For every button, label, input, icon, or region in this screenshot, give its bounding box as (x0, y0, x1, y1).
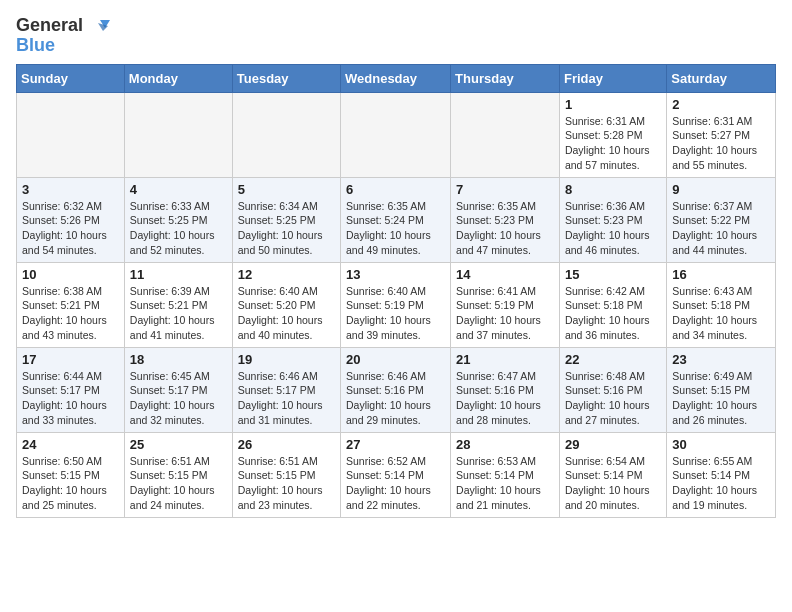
weekday-header-friday: Friday (559, 64, 666, 92)
day-info: Sunrise: 6:50 AM Sunset: 5:15 PM Dayligh… (22, 454, 119, 513)
day-info: Sunrise: 6:37 AM Sunset: 5:22 PM Dayligh… (672, 199, 770, 258)
day-info: Sunrise: 6:54 AM Sunset: 5:14 PM Dayligh… (565, 454, 661, 513)
day-number: 10 (22, 267, 119, 282)
calendar-cell: 22Sunrise: 6:48 AM Sunset: 5:16 PM Dayli… (559, 347, 666, 432)
calendar-cell: 25Sunrise: 6:51 AM Sunset: 5:15 PM Dayli… (124, 432, 232, 517)
calendar-cell: 17Sunrise: 6:44 AM Sunset: 5:17 PM Dayli… (17, 347, 125, 432)
day-info: Sunrise: 6:51 AM Sunset: 5:15 PM Dayligh… (130, 454, 227, 513)
calendar-cell: 15Sunrise: 6:42 AM Sunset: 5:18 PM Dayli… (559, 262, 666, 347)
day-number: 18 (130, 352, 227, 367)
header: General Blue (16, 16, 776, 56)
weekday-header-saturday: Saturday (667, 64, 776, 92)
day-info: Sunrise: 6:40 AM Sunset: 5:20 PM Dayligh… (238, 284, 335, 343)
day-info: Sunrise: 6:40 AM Sunset: 5:19 PM Dayligh… (346, 284, 445, 343)
day-number: 23 (672, 352, 770, 367)
calendar-cell: 3Sunrise: 6:32 AM Sunset: 5:26 PM Daylig… (17, 177, 125, 262)
day-info: Sunrise: 6:35 AM Sunset: 5:23 PM Dayligh… (456, 199, 554, 258)
day-info: Sunrise: 6:46 AM Sunset: 5:17 PM Dayligh… (238, 369, 335, 428)
calendar-cell (17, 92, 125, 177)
day-number: 8 (565, 182, 661, 197)
calendar-cell: 24Sunrise: 6:50 AM Sunset: 5:15 PM Dayli… (17, 432, 125, 517)
day-number: 15 (565, 267, 661, 282)
week-row-2: 3Sunrise: 6:32 AM Sunset: 5:26 PM Daylig… (17, 177, 776, 262)
day-info: Sunrise: 6:31 AM Sunset: 5:28 PM Dayligh… (565, 114, 661, 173)
calendar-cell: 13Sunrise: 6:40 AM Sunset: 5:19 PM Dayli… (341, 262, 451, 347)
day-number: 28 (456, 437, 554, 452)
day-info: Sunrise: 6:48 AM Sunset: 5:16 PM Dayligh… (565, 369, 661, 428)
day-number: 27 (346, 437, 445, 452)
day-info: Sunrise: 6:36 AM Sunset: 5:23 PM Dayligh… (565, 199, 661, 258)
day-number: 13 (346, 267, 445, 282)
calendar-cell: 14Sunrise: 6:41 AM Sunset: 5:19 PM Dayli… (451, 262, 560, 347)
day-info: Sunrise: 6:43 AM Sunset: 5:18 PM Dayligh… (672, 284, 770, 343)
day-number: 21 (456, 352, 554, 367)
logo: General Blue (16, 16, 110, 56)
weekday-header-wednesday: Wednesday (341, 64, 451, 92)
weekday-header-sunday: Sunday (17, 64, 125, 92)
calendar-cell: 28Sunrise: 6:53 AM Sunset: 5:14 PM Dayli… (451, 432, 560, 517)
day-info: Sunrise: 6:45 AM Sunset: 5:17 PM Dayligh… (130, 369, 227, 428)
day-info: Sunrise: 6:34 AM Sunset: 5:25 PM Dayligh… (238, 199, 335, 258)
day-number: 14 (456, 267, 554, 282)
day-number: 20 (346, 352, 445, 367)
day-number: 30 (672, 437, 770, 452)
calendar-cell (341, 92, 451, 177)
bird-icon (90, 18, 110, 34)
calendar-cell: 2Sunrise: 6:31 AM Sunset: 5:27 PM Daylig… (667, 92, 776, 177)
calendar-cell: 9Sunrise: 6:37 AM Sunset: 5:22 PM Daylig… (667, 177, 776, 262)
day-info: Sunrise: 6:38 AM Sunset: 5:21 PM Dayligh… (22, 284, 119, 343)
day-number: 3 (22, 182, 119, 197)
day-info: Sunrise: 6:35 AM Sunset: 5:24 PM Dayligh… (346, 199, 445, 258)
day-info: Sunrise: 6:42 AM Sunset: 5:18 PM Dayligh… (565, 284, 661, 343)
day-number: 22 (565, 352, 661, 367)
weekday-header-monday: Monday (124, 64, 232, 92)
day-info: Sunrise: 6:55 AM Sunset: 5:14 PM Dayligh… (672, 454, 770, 513)
calendar-cell: 7Sunrise: 6:35 AM Sunset: 5:23 PM Daylig… (451, 177, 560, 262)
day-info: Sunrise: 6:52 AM Sunset: 5:14 PM Dayligh… (346, 454, 445, 513)
day-number: 1 (565, 97, 661, 112)
calendar-cell: 16Sunrise: 6:43 AM Sunset: 5:18 PM Dayli… (667, 262, 776, 347)
day-info: Sunrise: 6:44 AM Sunset: 5:17 PM Dayligh… (22, 369, 119, 428)
calendar-cell (451, 92, 560, 177)
week-row-1: 1Sunrise: 6:31 AM Sunset: 5:28 PM Daylig… (17, 92, 776, 177)
day-info: Sunrise: 6:49 AM Sunset: 5:15 PM Dayligh… (672, 369, 770, 428)
calendar-cell: 23Sunrise: 6:49 AM Sunset: 5:15 PM Dayli… (667, 347, 776, 432)
day-info: Sunrise: 6:46 AM Sunset: 5:16 PM Dayligh… (346, 369, 445, 428)
day-info: Sunrise: 6:51 AM Sunset: 5:15 PM Dayligh… (238, 454, 335, 513)
day-info: Sunrise: 6:32 AM Sunset: 5:26 PM Dayligh… (22, 199, 119, 258)
day-number: 25 (130, 437, 227, 452)
weekday-header-tuesday: Tuesday (232, 64, 340, 92)
calendar-cell: 10Sunrise: 6:38 AM Sunset: 5:21 PM Dayli… (17, 262, 125, 347)
day-number: 26 (238, 437, 335, 452)
week-row-4: 17Sunrise: 6:44 AM Sunset: 5:17 PM Dayli… (17, 347, 776, 432)
week-row-3: 10Sunrise: 6:38 AM Sunset: 5:21 PM Dayli… (17, 262, 776, 347)
calendar-cell: 30Sunrise: 6:55 AM Sunset: 5:14 PM Dayli… (667, 432, 776, 517)
calendar-cell: 6Sunrise: 6:35 AM Sunset: 5:24 PM Daylig… (341, 177, 451, 262)
day-info: Sunrise: 6:53 AM Sunset: 5:14 PM Dayligh… (456, 454, 554, 513)
calendar-cell (232, 92, 340, 177)
day-info: Sunrise: 6:31 AM Sunset: 5:27 PM Dayligh… (672, 114, 770, 173)
calendar-cell: 21Sunrise: 6:47 AM Sunset: 5:16 PM Dayli… (451, 347, 560, 432)
day-number: 11 (130, 267, 227, 282)
day-number: 2 (672, 97, 770, 112)
day-number: 7 (456, 182, 554, 197)
day-number: 4 (130, 182, 227, 197)
day-info: Sunrise: 6:39 AM Sunset: 5:21 PM Dayligh… (130, 284, 227, 343)
day-number: 5 (238, 182, 335, 197)
day-info: Sunrise: 6:47 AM Sunset: 5:16 PM Dayligh… (456, 369, 554, 428)
day-number: 6 (346, 182, 445, 197)
calendar: SundayMondayTuesdayWednesdayThursdayFrid… (16, 64, 776, 518)
day-number: 19 (238, 352, 335, 367)
week-row-5: 24Sunrise: 6:50 AM Sunset: 5:15 PM Dayli… (17, 432, 776, 517)
day-number: 12 (238, 267, 335, 282)
day-number: 16 (672, 267, 770, 282)
calendar-cell: 26Sunrise: 6:51 AM Sunset: 5:15 PM Dayli… (232, 432, 340, 517)
day-info: Sunrise: 6:33 AM Sunset: 5:25 PM Dayligh… (130, 199, 227, 258)
calendar-cell: 19Sunrise: 6:46 AM Sunset: 5:17 PM Dayli… (232, 347, 340, 432)
weekday-header-row: SundayMondayTuesdayWednesdayThursdayFrid… (17, 64, 776, 92)
day-number: 29 (565, 437, 661, 452)
calendar-cell: 1Sunrise: 6:31 AM Sunset: 5:28 PM Daylig… (559, 92, 666, 177)
calendar-cell: 11Sunrise: 6:39 AM Sunset: 5:21 PM Dayli… (124, 262, 232, 347)
weekday-header-thursday: Thursday (451, 64, 560, 92)
calendar-cell: 20Sunrise: 6:46 AM Sunset: 5:16 PM Dayli… (341, 347, 451, 432)
